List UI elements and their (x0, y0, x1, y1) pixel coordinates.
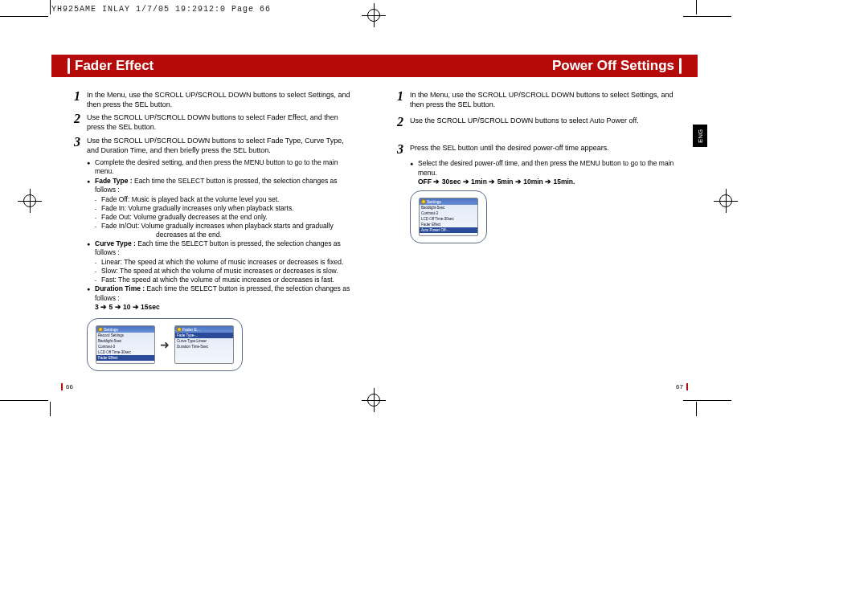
sub-item: Fade Out: Volume gradually decreases at … (101, 213, 355, 222)
step-1: 1 In the Menu, use the SCROLL UP/SCROLL … (397, 90, 675, 109)
step-text: Use the SCROLL UP/SCROLL DOWN buttons to… (87, 112, 352, 132)
crop-mark (696, 402, 697, 416)
screen-header: Fader E... (175, 326, 233, 333)
bullet-lead: Fade Type : (95, 177, 134, 185)
step-text: Use the SCROLL UP/SCROLL DOWN buttons to… (410, 116, 639, 129)
step-2: 2 Use the SCROLL UP/SCROLL DOWN buttons … (397, 116, 675, 129)
gear-icon (98, 327, 103, 332)
arrow-right-icon: ➜ (160, 338, 170, 351)
screen-row: LCD Off Time-30sec (96, 349, 154, 355)
screen-header: Settings (420, 198, 477, 205)
step-number: 1 (74, 90, 87, 109)
screen-row: Duration Time-5sec (175, 344, 233, 349)
device-screen-settings: Settings Backlight-5sec Contrast-3 LCD O… (419, 198, 478, 236)
screen-row-selected: Auto Power Off-... (420, 227, 477, 233)
device-screen-fader: Fader E... Fade Type-... Curve Type-Line… (174, 325, 234, 364)
sub-item: Fade In: Volume gradually increases only… (101, 204, 355, 213)
page-right: Power Off Settings 1 In the Menu, use th… (375, 16, 698, 400)
registration-mark-icon (18, 189, 42, 213)
sub-item: Fade Off: Music is played back at the vo… (101, 195, 355, 204)
screen-row: Backlight-5sec (420, 205, 477, 210)
screen-row: Contrast-3 (96, 344, 154, 349)
crop-mark (0, 16, 48, 17)
title-accent-icon (68, 58, 70, 74)
step-number: 1 (397, 90, 410, 109)
gear-icon (177, 327, 182, 332)
bullet-lead: Curve Type : (95, 239, 137, 247)
gear-icon (421, 199, 426, 204)
crop-mark (50, 402, 51, 416)
title-bar-left: Fader Effect (51, 55, 375, 77)
bullet-item: Fade Type : Each time the SELECT button … (87, 177, 355, 231)
page-left: Fader Effect 1 In the Menu, use the SCRO… (51, 16, 375, 400)
screen-row: Curve Type-Linear (175, 338, 233, 344)
bullet-lead: Duration Time : (95, 284, 147, 292)
page-number: 66 (61, 383, 73, 390)
bullet-item: Select the desired power-off time, and t… (410, 159, 678, 178)
screen-row-selected: Fade Type-... (175, 333, 233, 338)
sequence-text: 3 ➔ 5 ➔ 10 ➔ 15sec (95, 303, 355, 312)
screenshot-group: Settings Record Settings Backlight-5sec … (87, 318, 243, 371)
step-number: 3 (74, 136, 87, 155)
bullet-list: Complete the desired setting, and then p… (87, 158, 355, 231)
page-title: Power Off Settings (552, 58, 674, 74)
crop-mark (50, 0, 51, 14)
screen-row: Record Settings (96, 333, 154, 338)
screen-header: Settings (96, 326, 154, 333)
title-bar-right: Power Off Settings (375, 55, 698, 77)
screen-row: Fader Effect (420, 222, 477, 227)
step-1: 1 In the Menu, use the SCROLL UP/SCROLL … (74, 90, 352, 109)
screen-row: LCD Off Time-30sec (420, 216, 477, 222)
device-screen-settings: Settings Record Settings Backlight-5sec … (96, 325, 155, 364)
step-number: 2 (74, 112, 87, 132)
step-number: 3 (397, 143, 410, 156)
sub-list: Linear: The speed at which the volume of… (101, 258, 355, 284)
step-text: Press the SEL button until the desired p… (410, 143, 609, 156)
step-text: In the Menu, use the SCROLL UP/SCROLL DO… (410, 90, 675, 109)
sub-list: Fade Off: Music is played back at the vo… (101, 195, 355, 231)
bullet-list: Curve Type : Each time the SELECT button… (87, 239, 355, 312)
sub-item-continuation: decreases at the end. (156, 231, 355, 239)
print-header: YH925AME INLAY 1/7/05 19:2912:0 Page 66 (51, 5, 271, 14)
bullet-list: Select the desired power-off time, and t… (410, 159, 678, 178)
step-text: Use the SCROLL UP/SCROLL DOWN buttons to… (87, 136, 352, 155)
page-number: 67 (676, 383, 688, 390)
screen-row: Contrast-3 (420, 210, 477, 216)
screen-row: Backlight-5sec (96, 338, 154, 344)
sequence-text: OFF ➔ 30sec ➔ 1min ➔ 5min ➔ 10min ➔ 15mi… (418, 178, 678, 186)
sub-item: Fast: The speed at which the volume of m… (101, 276, 355, 284)
crop-mark (696, 0, 697, 14)
screen-row-selected: Fader Effect (96, 355, 154, 361)
registration-mark-icon (714, 189, 738, 213)
step-number: 2 (397, 116, 410, 129)
bullet-item: Curve Type : Each time the SELECT button… (87, 239, 355, 284)
crop-mark (683, 400, 731, 401)
bullet-item: Complete the desired setting, and then p… (87, 158, 355, 177)
page-spread: Fader Effect 1 In the Menu, use the SCRO… (51, 16, 698, 400)
sub-item: Linear: The speed at which the volume of… (101, 258, 355, 267)
step-3: 3 Use the SCROLL UP/SCROLL DOWN buttons … (74, 136, 352, 155)
step-2: 2 Use the SCROLL UP/SCROLL DOWN buttons … (74, 112, 352, 132)
language-tab: ENG (693, 125, 707, 147)
sub-item: Fade In/Out: Volume gradually increases … (101, 222, 355, 231)
step-3: 3 Press the SEL button until the desired… (397, 143, 675, 156)
crop-mark (0, 400, 48, 401)
title-accent-icon (679, 58, 682, 74)
page-title: Fader Effect (75, 58, 154, 74)
sub-item: Slow: The speed at which the volume of m… (101, 267, 355, 276)
bullet-item: Duration Time : Each time the SELECT but… (87, 284, 355, 312)
step-text: In the Menu, use the SCROLL UP/SCROLL DO… (87, 90, 352, 109)
screenshot-group: Settings Backlight-5sec Contrast-3 LCD O… (410, 190, 487, 243)
